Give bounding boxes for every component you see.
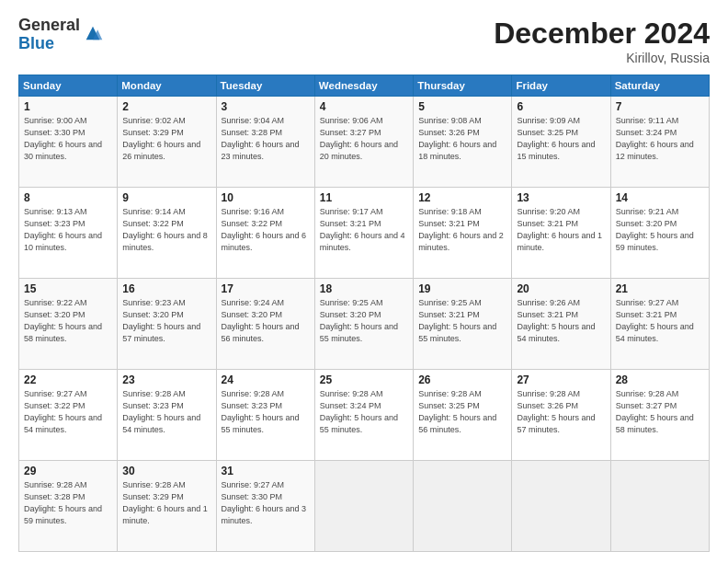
calendar-day-6: 6Sunrise: 9:09 AMSunset: 3:25 PMDaylight…	[512, 97, 610, 188]
calendar-day-5: 5Sunrise: 9:08 AMSunset: 3:26 PMDaylight…	[414, 97, 512, 188]
calendar-week-3: 22Sunrise: 9:27 AMSunset: 3:22 PMDayligh…	[19, 370, 710, 461]
logo-icon	[83, 23, 103, 43]
calendar-day-27: 27Sunrise: 9:28 AMSunset: 3:26 PMDayligh…	[512, 370, 610, 461]
location: Kirillov, Russia	[494, 51, 710, 65]
calendar-day-16: 16Sunrise: 9:23 AMSunset: 3:20 PMDayligh…	[118, 279, 216, 370]
calendar-day-19: 19Sunrise: 9:25 AMSunset: 3:21 PMDayligh…	[414, 279, 512, 370]
calendar-day-8: 8Sunrise: 9:13 AMSunset: 3:23 PMDaylight…	[19, 188, 118, 279]
logo-general: General	[18, 17, 80, 35]
calendar-day-1: 1Sunrise: 9:00 AMSunset: 3:30 PMDaylight…	[19, 97, 118, 188]
calendar-header-thursday: Thursday	[414, 75, 512, 97]
calendar-day-empty-4-4	[414, 461, 512, 552]
calendar-day-22: 22Sunrise: 9:27 AMSunset: 3:22 PMDayligh…	[19, 370, 118, 461]
calendar-day-17: 17Sunrise: 9:24 AMSunset: 3:20 PMDayligh…	[216, 279, 314, 370]
calendar-day-29: 29Sunrise: 9:28 AMSunset: 3:28 PMDayligh…	[19, 461, 118, 552]
calendar-header-tuesday: Tuesday	[216, 75, 314, 97]
calendar-week-2: 15Sunrise: 9:22 AMSunset: 3:20 PMDayligh…	[19, 279, 710, 370]
calendar-header-monday: Monday	[118, 75, 216, 97]
calendar-day-28: 28Sunrise: 9:28 AMSunset: 3:27 PMDayligh…	[610, 370, 709, 461]
calendar-day-13: 13Sunrise: 9:20 AMSunset: 3:21 PMDayligh…	[512, 188, 610, 279]
calendar-day-9: 9Sunrise: 9:14 AMSunset: 3:22 PMDaylight…	[118, 188, 216, 279]
calendar-day-26: 26Sunrise: 9:28 AMSunset: 3:25 PMDayligh…	[414, 370, 512, 461]
calendar-day-23: 23Sunrise: 9:28 AMSunset: 3:23 PMDayligh…	[118, 370, 216, 461]
calendar-header-sunday: Sunday	[19, 75, 118, 97]
page-header: General Blue December 2024 Kirillov, Rus…	[18, 17, 710, 65]
month-title: December 2024	[494, 17, 710, 51]
calendar-day-15: 15Sunrise: 9:22 AMSunset: 3:20 PMDayligh…	[19, 279, 118, 370]
calendar-day-25: 25Sunrise: 9:28 AMSunset: 3:24 PMDayligh…	[314, 370, 413, 461]
calendar-day-7: 7Sunrise: 9:11 AMSunset: 3:24 PMDaylight…	[610, 97, 709, 188]
calendar-day-empty-4-6	[610, 461, 709, 552]
calendar-header-wednesday: Wednesday	[314, 75, 413, 97]
calendar-day-20: 20Sunrise: 9:26 AMSunset: 3:21 PMDayligh…	[512, 279, 610, 370]
calendar-day-18: 18Sunrise: 9:25 AMSunset: 3:20 PMDayligh…	[314, 279, 413, 370]
calendar-day-3: 3Sunrise: 9:04 AMSunset: 3:28 PMDaylight…	[216, 97, 314, 188]
calendar-header-row: SundayMondayTuesdayWednesdayThursdayFrid…	[19, 75, 710, 97]
calendar-day-24: 24Sunrise: 9:28 AMSunset: 3:23 PMDayligh…	[216, 370, 314, 461]
calendar-day-11: 11Sunrise: 9:17 AMSunset: 3:21 PMDayligh…	[314, 188, 413, 279]
calendar-week-4: 29Sunrise: 9:28 AMSunset: 3:28 PMDayligh…	[19, 461, 710, 552]
calendar-week-0: 1Sunrise: 9:00 AMSunset: 3:30 PMDaylight…	[19, 97, 710, 188]
logo: General Blue	[18, 17, 103, 53]
calendar-day-empty-4-5	[512, 461, 610, 552]
calendar-table: SundayMondayTuesdayWednesdayThursdayFrid…	[18, 75, 710, 552]
title-block: December 2024 Kirillov, Russia	[494, 17, 710, 65]
calendar-day-empty-4-3	[314, 461, 413, 552]
calendar-day-2: 2Sunrise: 9:02 AMSunset: 3:29 PMDaylight…	[118, 97, 216, 188]
calendar-week-1: 8Sunrise: 9:13 AMSunset: 3:23 PMDaylight…	[19, 188, 710, 279]
calendar-day-14: 14Sunrise: 9:21 AMSunset: 3:20 PMDayligh…	[610, 188, 709, 279]
calendar-header-saturday: Saturday	[610, 75, 709, 97]
calendar-header-friday: Friday	[512, 75, 610, 97]
calendar-day-31: 31Sunrise: 9:27 AMSunset: 3:30 PMDayligh…	[216, 461, 314, 552]
calendar-day-30: 30Sunrise: 9:28 AMSunset: 3:29 PMDayligh…	[118, 461, 216, 552]
calendar-day-4: 4Sunrise: 9:06 AMSunset: 3:27 PMDaylight…	[314, 97, 413, 188]
calendar-day-10: 10Sunrise: 9:16 AMSunset: 3:22 PMDayligh…	[216, 188, 314, 279]
logo-blue: Blue	[18, 35, 80, 53]
calendar-day-21: 21Sunrise: 9:27 AMSunset: 3:21 PMDayligh…	[610, 279, 709, 370]
calendar-day-12: 12Sunrise: 9:18 AMSunset: 3:21 PMDayligh…	[414, 188, 512, 279]
